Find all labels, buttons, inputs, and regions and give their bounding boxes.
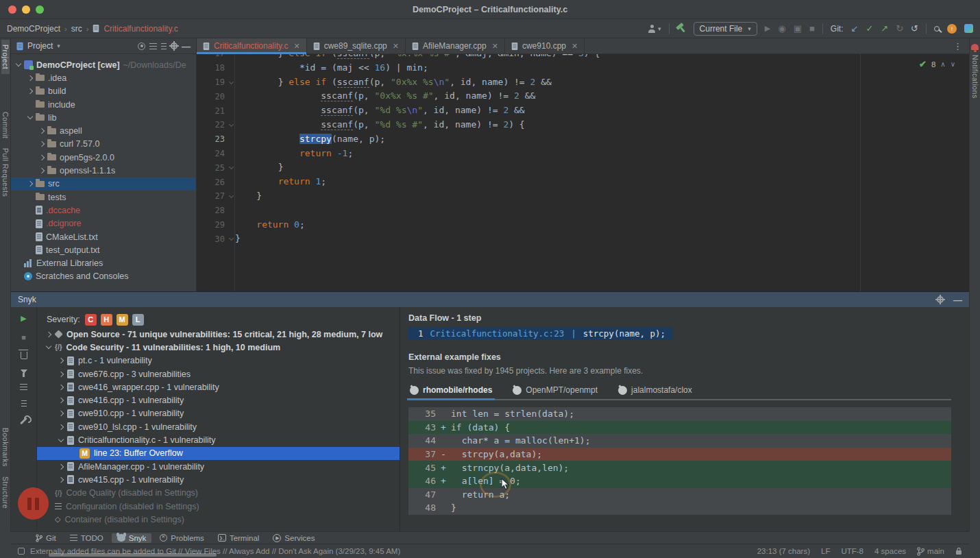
- fold-marker-icon[interactable]: [229, 80, 234, 84]
- project-tree-item[interactable]: curl 7.57.0: [11, 138, 196, 151]
- hide-panel-button[interactable]: —: [953, 295, 962, 304]
- snyk-tree-item[interactable]: Configuration (disabled in Settings): [37, 500, 400, 513]
- breadcrumb-src[interactable]: src: [71, 24, 82, 34]
- snyk-tree-item[interactable]: {/}Code Security - 11 vulnerabilities: 1…: [37, 341, 400, 354]
- status-scrollbar-thumb[interactable]: [49, 553, 217, 557]
- project-tree-item[interactable]: .dccache: [11, 204, 196, 217]
- tab-options-kebab-icon[interactable]: ⋮: [946, 38, 969, 53]
- minimize-window-button[interactable]: [22, 5, 30, 14]
- git-branch-widget[interactable]: main: [917, 547, 944, 556]
- fix-example-tab[interactable]: rhomobile/rhodes: [408, 384, 493, 399]
- code-line[interactable]: [235, 204, 969, 218]
- chevron-right-icon[interactable]: [58, 358, 64, 363]
- project-tree-item[interactable]: Scratches and Consoles: [11, 270, 196, 283]
- expand-all-button[interactable]: [20, 384, 27, 390]
- editor-code[interactable]: } else if (sscanf(p, "%x.%x %s #", &maj,…: [235, 54, 969, 291]
- code-line[interactable]: return -1;: [235, 147, 969, 161]
- project-tree-item[interactable]: include: [11, 98, 196, 111]
- project-tree-item[interactable]: tests: [11, 191, 196, 204]
- chevron-down-icon[interactable]: [46, 343, 51, 349]
- close-icon[interactable]: ✕: [393, 42, 399, 51]
- snyk-tree-item[interactable]: cwe416_wrapper.cpp - 1 vulnerability: [37, 380, 400, 393]
- clean-results-button[interactable]: [21, 352, 27, 359]
- locate-file-button[interactable]: [138, 43, 145, 50]
- snyk-tree-item[interactable]: Criticalfunctionality.c - 1 vulnerabilit…: [37, 433, 400, 446]
- editor-tab[interactable]: cwe910.cpp✕: [505, 38, 585, 53]
- code-line[interactable]: return 0;: [235, 218, 969, 232]
- code-line[interactable]: sscanf(p, "%d %s\n", id, name) != 2 &&: [235, 104, 969, 118]
- snyk-tree-item[interactable]: pt.c - 1 vulnerability: [37, 354, 400, 367]
- stripe-bookmarks-button[interactable]: Bookmarks: [1, 423, 10, 472]
- code-line[interactable]: strcpy(name, p);: [235, 132, 969, 147]
- recording-pause-overlay[interactable]: [18, 487, 49, 520]
- breadcrumb-file[interactable]: Criticalfunctionality.c: [103, 24, 177, 34]
- code-line[interactable]: }: [235, 232, 969, 246]
- project-tree-item[interactable]: src: [11, 178, 196, 191]
- inspections-widget[interactable]: ✔ 8 ∧ ∨: [919, 59, 955, 69]
- encoding[interactable]: UTF-8: [841, 547, 863, 555]
- expand-all-button[interactable]: [149, 43, 157, 49]
- snyk-tree-item[interactable]: cwe676.cpp - 3 vulnerabilities: [37, 367, 400, 380]
- update-available-icon[interactable]: ↑: [947, 24, 957, 34]
- collapse-all-button[interactable]: [161, 43, 167, 49]
- snyk-tree-item[interactable]: cwe910_lsl.cpp - 1 vulnerability: [37, 420, 400, 433]
- project-tree-item[interactable]: aspell: [11, 124, 196, 137]
- snyk-tree-item[interactable]: cwe416.cpp - 1 vulnerability: [37, 393, 400, 407]
- code-line[interactable]: *id = (maj << 16) | min;: [235, 61, 969, 75]
- project-tree-item[interactable]: External Libraries: [11, 256, 196, 269]
- project-tree-item[interactable]: .dcignore: [11, 217, 196, 230]
- fold-marker-icon[interactable]: [229, 193, 234, 198]
- gear-icon[interactable]: [171, 43, 177, 49]
- stripe-pull-requests-button[interactable]: Pull Requests: [1, 143, 10, 202]
- project-tree-item[interactable]: lib: [11, 111, 196, 124]
- lock-icon[interactable]: [955, 547, 962, 555]
- chevron-right-icon[interactable]: [58, 371, 64, 376]
- stripe-commit-button[interactable]: Commit: [1, 107, 10, 143]
- collapse-all-button[interactable]: [21, 400, 27, 407]
- run-button[interactable]: ▶: [765, 25, 770, 32]
- highlighted-vulnerable-token[interactable]: strcpy: [299, 134, 332, 144]
- severity-h-filter-button[interactable]: H: [101, 314, 112, 326]
- code-line[interactable]: } else if (sscanf(p, "0x%x %s\n", id, na…: [235, 75, 969, 90]
- project-tree-item[interactable]: .idea: [11, 71, 196, 84]
- toolwindow-button-terminal[interactable]: ❯_Terminal: [212, 533, 265, 543]
- chevron-right-icon[interactable]: [58, 411, 64, 416]
- snyk-tree-item[interactable]: Open Source - 71 unique vulnerabilities:…: [37, 328, 400, 341]
- toolwindow-button-services[interactable]: ▶Services: [267, 533, 320, 543]
- run-configuration-select[interactable]: Current File ▾: [694, 22, 757, 36]
- project-tree-item[interactable]: openssl-1.1.1s: [11, 164, 196, 177]
- close-icon[interactable]: ✕: [293, 42, 299, 51]
- chevron-right-icon[interactable]: [58, 398, 64, 403]
- chevron-right-icon[interactable]: [58, 477, 64, 483]
- chevron-right-icon[interactable]: [39, 128, 45, 134]
- severity-m-filter-button[interactable]: M: [117, 314, 128, 326]
- project-tree-item[interactable]: CMakeList.txt: [11, 230, 196, 243]
- editor-tab[interactable]: cwe89_sqlite.cpp✕: [307, 38, 406, 53]
- prev-problem-icon[interactable]: ∧: [940, 60, 945, 68]
- code-line[interactable]: } else if (sscanf(p, "%x.%x %s #", &maj,…: [235, 54, 969, 61]
- git-commit-icon[interactable]: ✓: [866, 24, 873, 33]
- fold-marker-icon[interactable]: [229, 236, 234, 241]
- chevron-right-icon[interactable]: [58, 385, 64, 390]
- snyk-tree-item[interactable]: cwe910.cpp - 1 vulnerability: [37, 407, 400, 420]
- chevron-down-icon[interactable]: [27, 114, 33, 119]
- chevron-right-icon[interactable]: [58, 463, 64, 469]
- gear-icon[interactable]: [937, 296, 944, 303]
- stop-button[interactable]: ■: [809, 24, 815, 33]
- project-tree-item[interactable]: build: [11, 85, 196, 98]
- code-line[interactable]: }: [235, 160, 969, 175]
- build-button[interactable]: [675, 22, 687, 34]
- fix-example-tab[interactable]: OpenMPT/openmpt: [511, 384, 599, 399]
- close-window-button[interactable]: [8, 5, 16, 14]
- git-history-icon[interactable]: ↻: [896, 24, 903, 33]
- code-line[interactable]: sscanf(p, "0x%x %s #", id, name) != 2 &&: [235, 89, 969, 104]
- fold-marker-icon[interactable]: [229, 122, 234, 127]
- project-panel-title[interactable]: Project: [27, 41, 53, 51]
- notifications-bell-icon[interactable]: [971, 44, 979, 50]
- settings-wrench-button[interactable]: [20, 417, 27, 425]
- indent-setting[interactable]: 4 spaces: [874, 547, 906, 555]
- toolwindow-button-todo[interactable]: TODO: [64, 533, 109, 543]
- stripe-structure-button[interactable]: Structure: [1, 472, 10, 513]
- snyk-tree-item[interactable]: AfileManager.cpp - 1 vulnerability: [37, 460, 400, 473]
- chevron-right-icon[interactable]: [58, 424, 64, 429]
